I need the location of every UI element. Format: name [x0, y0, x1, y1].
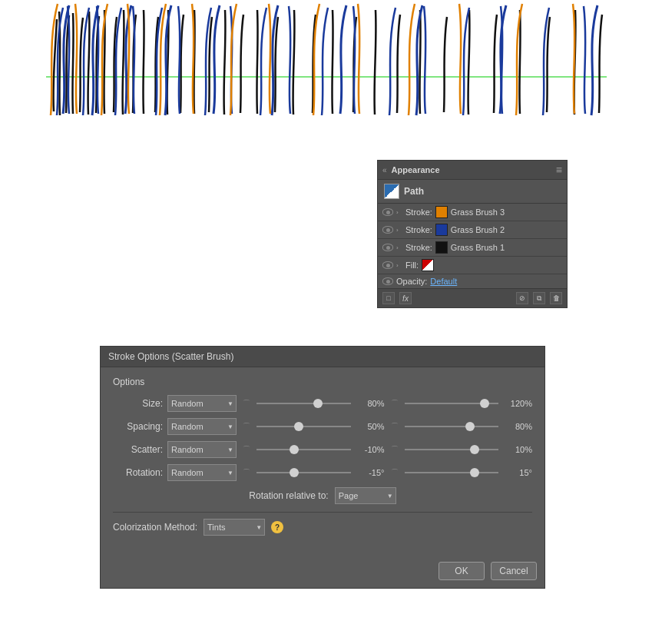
path-icon [384, 184, 399, 199]
expand-arrow-3[interactable]: › [396, 244, 402, 251]
path-label: Path [404, 186, 424, 197]
tip-icon[interactable]: ? [271, 521, 283, 533]
page-dropdown[interactable]: Page Path [335, 487, 396, 504]
scatter-slider-1[interactable] [256, 449, 351, 450]
new-item-icon[interactable]: □ [382, 292, 395, 304]
delete-icon[interactable]: 🗑 [550, 292, 562, 304]
dialog-body: Options Size: Random Fixed ⌒ 80% ⌒ 120% [101, 367, 544, 557]
visibility-icon-2[interactable] [382, 226, 393, 234]
color-swatch-3[interactable] [435, 241, 448, 254]
copy-icon[interactable]: ⧉ [533, 292, 545, 304]
size-thumb-1[interactable] [313, 399, 323, 408]
fill-row[interactable]: › Fill: [378, 257, 567, 274]
fx-icon[interactable]: fx [399, 292, 412, 304]
spacing-slider-2[interactable] [405, 426, 499, 427]
rotation-dropdown-wrapper[interactable]: Random Fixed [167, 464, 237, 481]
spacing-dropdown-wrapper[interactable]: Random Fixed [167, 418, 237, 435]
scatter-dropdown[interactable]: Random Fixed [167, 441, 237, 458]
visibility-icon-opacity[interactable] [382, 277, 393, 285]
panel-collapse-icon[interactable]: « [382, 166, 387, 174]
size-val1: 80% [356, 399, 385, 408]
opacity-row: Opacity: Default [378, 274, 567, 288]
no-icon[interactable]: ⊘ [516, 292, 528, 304]
size-val2: 120% [503, 399, 532, 408]
rotation-relative-label: Rotation relative to: [249, 490, 328, 501]
rotation-thumb-2[interactable] [470, 468, 479, 477]
grass-preview [46, 0, 607, 138]
visibility-icon-3[interactable] [382, 244, 393, 251]
spacing-val1: 50% [356, 422, 385, 431]
canvas-area [0, 0, 652, 154]
size-thumb-2[interactable] [480, 399, 489, 408]
spacing-val2: 80% [503, 422, 532, 431]
stroke-options-dialog: Stroke Options (Scatter Brush) Options S… [100, 346, 545, 589]
stroke-label-2: Stroke: [405, 225, 432, 234]
size-dropdown-wrapper[interactable]: Random Fixed [167, 395, 237, 412]
appearance-panel: « Appearance ≡ Path › Stroke: Grass Brus… [377, 160, 568, 308]
scatter-val1: -10% [356, 445, 385, 454]
rotation-thumb-1[interactable] [290, 468, 299, 477]
stroke-label-1: Stroke: [405, 207, 432, 217]
link-icon-scatter-2: ⌒ [389, 444, 400, 455]
panel-menu-icon[interactable]: ≡ [556, 164, 562, 176]
tints-dropdown-wrapper[interactable]: Tints None Hue Shift [204, 519, 265, 536]
fill-swatch[interactable] [422, 259, 434, 271]
size-slider-2[interactable] [405, 403, 499, 404]
size-slider-1[interactable] [256, 403, 351, 404]
size-label: Size: [113, 398, 163, 409]
visibility-icon-fill[interactable] [382, 261, 393, 269]
link-icon-rotation-2: ⌒ [389, 467, 400, 478]
ok-button[interactable]: OK [439, 562, 485, 580]
visibility-icon-1[interactable] [382, 208, 393, 216]
dialog-footer: OK Cancel [101, 557, 544, 588]
scatter-thumb-1[interactable] [290, 445, 299, 454]
rotation-slider-1[interactable] [256, 472, 351, 473]
spacing-thumb-2[interactable] [465, 422, 475, 431]
scatter-row: Scatter: Random Fixed ⌒ -10% ⌒ 10% [113, 441, 532, 458]
options-section-label: Options [113, 377, 532, 387]
stroke-row-3[interactable]: › Stroke: Grass Brush 1 [378, 239, 567, 257]
rotation-slider-2[interactable] [405, 472, 499, 473]
brush-name-3[interactable]: Grass Brush 1 [451, 243, 505, 252]
spacing-dropdown[interactable]: Random Fixed [167, 418, 237, 435]
link-icon-size-1: ⌒ [241, 398, 252, 409]
stroke-row-1[interactable]: › Stroke: Grass Brush 3 [378, 204, 567, 221]
link-icon-size-2: ⌒ [389, 398, 400, 409]
link-icon-spacing-2: ⌒ [389, 421, 400, 432]
cancel-button[interactable]: Cancel [491, 562, 537, 580]
rotation-dropdown[interactable]: Random Fixed [167, 464, 237, 481]
spacing-label: Spacing: [113, 421, 163, 432]
size-dropdown[interactable]: Random Fixed [167, 395, 237, 412]
opacity-value[interactable]: Default [430, 277, 457, 286]
rotation-relative-row: Rotation relative to: Page Path [113, 487, 532, 504]
colorization-row: Colorization Method: Tints None Hue Shif… [113, 519, 532, 536]
expand-arrow-fill[interactable]: › [396, 262, 402, 269]
stroke-row-2[interactable]: › Stroke: Grass Brush 2 [378, 221, 567, 239]
scatter-dropdown-wrapper[interactable]: Random Fixed [167, 441, 237, 458]
rotation-val2: 15° [503, 468, 532, 477]
stroke-label-3: Stroke: [405, 243, 432, 252]
scatter-slider-2[interactable] [405, 449, 499, 450]
brush-name-2[interactable]: Grass Brush 2 [451, 225, 505, 234]
dialog-title: Stroke Options (Scatter Brush) [101, 347, 544, 367]
link-icon-scatter-1: ⌒ [241, 444, 252, 455]
expand-arrow-2[interactable]: › [396, 227, 402, 234]
scatter-thumb-2[interactable] [470, 445, 479, 454]
link-icon-rotation-1: ⌒ [241, 467, 252, 478]
opacity-label: Opacity: [396, 277, 427, 286]
brush-name-1[interactable]: Grass Brush 3 [451, 207, 505, 217]
colorization-label: Colorization Method: [113, 522, 197, 533]
spacing-slider-1[interactable] [256, 426, 351, 427]
color-swatch-1[interactable] [435, 206, 448, 218]
rotation-val1: -15° [356, 468, 385, 477]
spacing-thumb-1[interactable] [294, 422, 303, 431]
expand-arrow-1[interactable]: › [396, 209, 402, 216]
panel-footer: □ fx ⊘ ⧉ 🗑 [378, 288, 567, 307]
link-icon-spacing-1: ⌒ [241, 421, 252, 432]
color-swatch-2[interactable] [435, 224, 448, 236]
size-row: Size: Random Fixed ⌒ 80% ⌒ 120% [113, 395, 532, 412]
page-dropdown-wrapper[interactable]: Page Path [335, 487, 396, 504]
panel-title[interactable]: Appearance [392, 165, 440, 174]
tints-dropdown[interactable]: Tints None Hue Shift [204, 519, 265, 536]
fx-label[interactable]: fx [402, 294, 409, 303]
